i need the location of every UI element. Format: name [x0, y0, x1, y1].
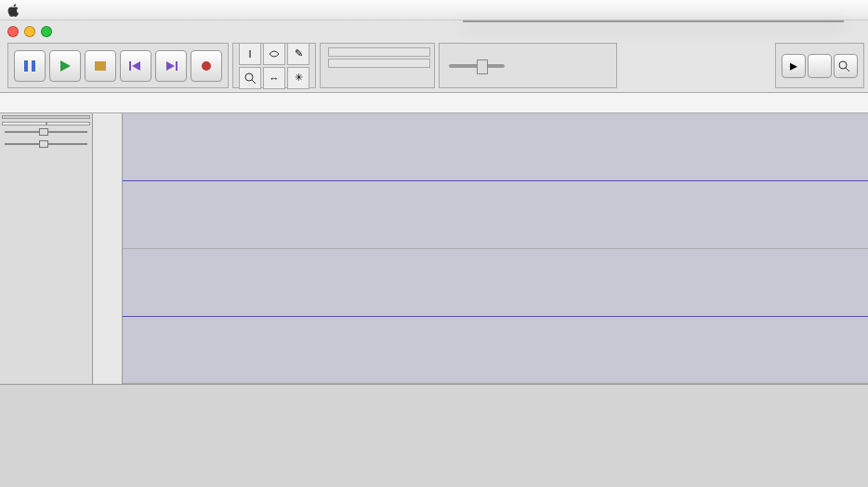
window-controls — [7, 26, 52, 37]
svg-marker-5 — [132, 61, 140, 71]
svg-line-12 — [846, 68, 849, 72]
waveform-channel-left[interactable] — [123, 113, 868, 249]
svg-rect-1 — [32, 60, 35, 72]
timeshift-tool-icon[interactable]: ↔ — [263, 67, 285, 89]
edit-tools: I ✎ ↔ ✳ — [232, 43, 316, 88]
svg-rect-3 — [95, 61, 106, 71]
output-meter-left[interactable] — [328, 47, 430, 57]
play-button[interactable] — [49, 50, 81, 82]
draw-tool-icon[interactable]: ✎ — [287, 43, 309, 65]
envelope-tool-icon[interactable] — [263, 43, 285, 65]
output-volume-slider[interactable] — [449, 64, 505, 68]
zoom-fit-icon[interactable] — [834, 54, 858, 78]
apple-logo-icon[interactable] — [0, 4, 28, 17]
pan-slider[interactable] — [2, 138, 90, 150]
tracks-area — [0, 113, 868, 385]
stop-button[interactable] — [85, 50, 116, 82]
transport-controls — [7, 43, 229, 88]
svg-line-10 — [252, 80, 256, 84]
mic-icon[interactable] — [808, 54, 832, 78]
svg-point-9 — [245, 73, 253, 81]
gain-slider[interactable] — [2, 126, 90, 138]
play-speed-icon[interactable]: ▸ — [782, 54, 806, 78]
toolbar: I ✎ ↔ ✳ ▸ — [0, 20, 868, 93]
timeline-ruler[interactable] — [0, 93, 868, 113]
vertical-scale-left — [93, 113, 123, 384]
mac-menubar[interactable] — [0, 0, 868, 20]
zoom-tool-icon[interactable] — [239, 67, 261, 89]
volume-panel — [439, 43, 617, 88]
minimize-window-icon[interactable] — [24, 26, 35, 37]
zoom-window-icon[interactable] — [41, 26, 52, 37]
track-row — [0, 113, 868, 385]
svg-rect-0 — [24, 60, 28, 72]
svg-point-11 — [839, 61, 847, 69]
track-control-panel — [0, 113, 93, 384]
mute-button[interactable] — [2, 122, 46, 125]
effect-menu[interactable] — [463, 20, 844, 22]
svg-marker-6 — [166, 61, 175, 71]
skip-end-button[interactable] — [155, 50, 187, 82]
svg-marker-2 — [60, 60, 71, 72]
solo-button[interactable] — [46, 122, 91, 125]
waveform-area[interactable] — [123, 113, 868, 384]
waveform-channel-right[interactable] — [123, 249, 868, 385]
multi-tool-icon[interactable]: ✳ — [287, 67, 309, 89]
output-meter-right[interactable] — [328, 59, 430, 68]
svg-rect-7 — [176, 61, 178, 71]
svg-rect-4 — [129, 61, 131, 71]
selection-tool-icon[interactable]: I — [239, 43, 261, 65]
svg-point-8 — [202, 61, 211, 71]
close-window-icon[interactable] — [7, 26, 19, 37]
record-button[interactable] — [191, 50, 222, 82]
extra-tools: ▸ — [775, 43, 864, 88]
skip-start-button[interactable] — [120, 50, 151, 82]
pause-button[interactable] — [14, 50, 46, 82]
meter-panel — [320, 43, 435, 88]
